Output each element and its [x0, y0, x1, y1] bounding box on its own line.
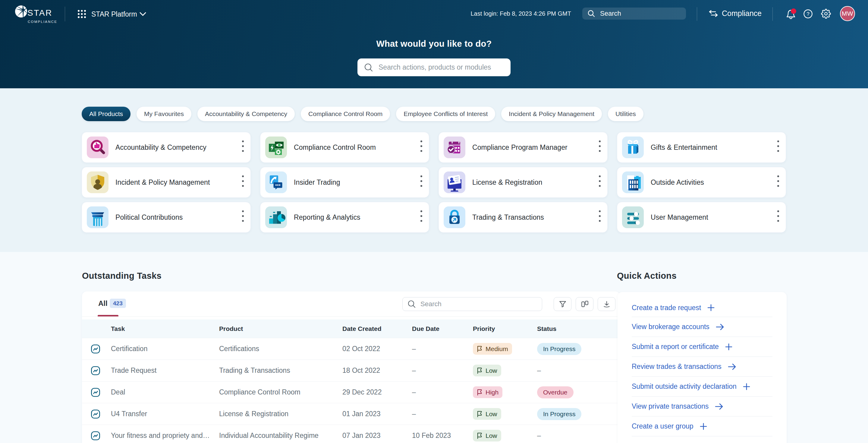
- svg-text:STAR: STAR: [27, 8, 53, 18]
- svg-text:COMPLIANCE: COMPLIANCE: [28, 20, 57, 24]
- svg-text:?: ?: [807, 11, 809, 17]
